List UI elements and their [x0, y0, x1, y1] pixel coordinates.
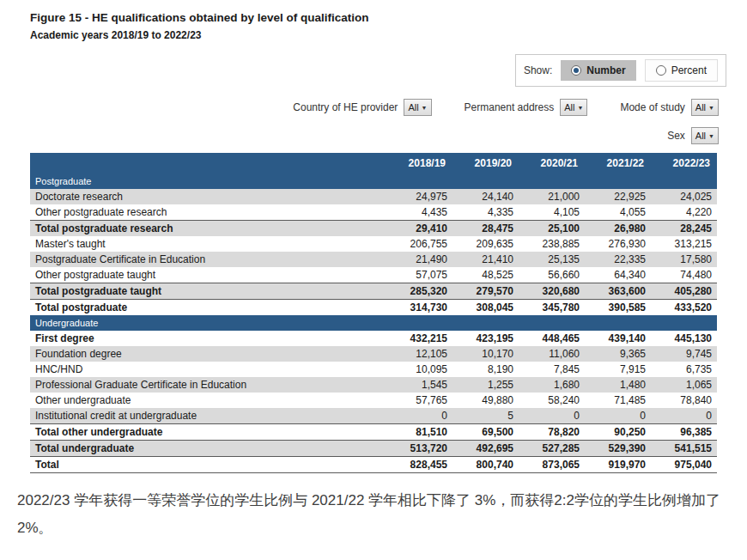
radio-unselected-icon[interactable]: [656, 65, 666, 76]
row-label: Other undergraduate: [30, 393, 386, 408]
chevron-down-icon: ▼: [708, 105, 714, 111]
value-cell: 363,600: [585, 283, 651, 300]
value-cell: 1,680: [519, 377, 585, 393]
show-option-number[interactable]: Number: [561, 60, 635, 81]
value-cell: 873,065: [519, 457, 585, 473]
row-label: Other postgraduate research: [30, 204, 386, 221]
value-cell: 25,135: [519, 252, 585, 267]
row-label: Total postgraduate research: [30, 221, 386, 237]
row-label: Other postgraduate taught: [30, 267, 386, 283]
value-cell: 432,215: [386, 331, 452, 346]
row-label: Master's taught: [30, 236, 386, 252]
table-row: Other postgraduate research4,4354,3354,1…: [30, 204, 717, 221]
figure-title: Figure 15 - HE qualifications obtained b…: [30, 11, 369, 24]
filter-dropdown-permanent-address[interactable]: All ▼: [560, 99, 587, 116]
filter-permanent-address: Permanent address All ▼: [465, 99, 588, 116]
section-row: Postgraduate: [30, 173, 717, 189]
row-label: Total: [30, 457, 386, 473]
value-cell: 529,390: [585, 441, 651, 457]
value-cell: 25,100: [519, 221, 585, 237]
value-cell: 7,845: [519, 362, 585, 377]
filter-dropdown-country[interactable]: All ▼: [404, 99, 431, 116]
dropdown-value: All: [564, 102, 574, 113]
value-cell: 4,105: [519, 204, 585, 221]
chevron-down-icon: ▼: [422, 105, 428, 111]
value-cell: 433,520: [651, 300, 717, 316]
value-cell: 29,410: [386, 221, 452, 237]
value-cell: 445,130: [651, 331, 717, 346]
radio-selected-icon[interactable]: [571, 65, 581, 76]
value-cell: 69,500: [452, 424, 519, 441]
filter-dropdown-sex[interactable]: All ▼: [691, 127, 719, 144]
value-cell: 17,580: [651, 252, 717, 267]
value-cell: 276,930: [585, 236, 651, 252]
value-cell: 1,065: [651, 377, 717, 393]
value-cell: 5: [452, 408, 519, 424]
row-label: Total postgraduate taught: [30, 283, 386, 300]
footnote-text: 2022/23 学年获得一等荣誉学位的学生比例与 2021/22 学年相比下降了…: [17, 487, 733, 542]
row-label: Foundation degree: [30, 346, 386, 362]
qualifications-table: 2018/192019/202020/212021/222022/23 Post…: [30, 153, 717, 473]
row-label: Postgraduate Certificate in Education: [30, 252, 386, 267]
value-cell: 12,105: [386, 346, 452, 362]
value-cell: 4,220: [651, 204, 717, 221]
table-row: Total828,455800,740873,065919,970975,040: [30, 457, 717, 473]
value-cell: 74,480: [651, 267, 717, 283]
value-cell: 24,975: [386, 189, 452, 204]
value-cell: 448,465: [519, 331, 585, 346]
value-cell: 11,060: [519, 346, 585, 362]
filter-label: Mode of study: [620, 101, 684, 113]
show-option-number-label: Number: [586, 64, 625, 76]
table-row: Total undergraduate513,720492,695527,285…: [30, 441, 717, 457]
value-cell: 57,765: [386, 393, 452, 408]
filters-row-1: Country of HE provider All ▼ Permanent a…: [293, 99, 719, 116]
value-cell: 320,680: [519, 283, 585, 300]
value-cell: 81,510: [386, 424, 452, 441]
table-row: Institutional credit at undergraduate050…: [30, 408, 717, 424]
value-cell: 58,240: [519, 393, 585, 408]
show-label: Show:: [524, 64, 552, 76]
value-cell: 0: [651, 408, 717, 424]
table-row: Postgraduate Certificate in Education21,…: [30, 252, 717, 267]
value-cell: 308,045: [452, 300, 519, 316]
section-row: Undergraduate: [30, 315, 717, 331]
show-option-percent[interactable]: Percent: [645, 59, 718, 82]
value-cell: 7,915: [585, 362, 651, 377]
value-cell: 10,170: [452, 346, 519, 362]
value-cell: 96,385: [651, 424, 717, 441]
filter-dropdown-mode-of-study[interactable]: All ▼: [691, 99, 719, 116]
table-row: Total other undergraduate81,51069,50078,…: [30, 424, 717, 441]
filter-country-of-he-provider: Country of HE provider All ▼: [293, 99, 431, 116]
row-label: Professional Graduate Certificate in Edu…: [30, 377, 386, 393]
column-header: 2020/21: [519, 153, 585, 173]
value-cell: 0: [519, 408, 585, 424]
table-row: First degree432,215423,195448,465439,140…: [30, 331, 717, 346]
show-control: Show: Number Percent: [515, 54, 726, 87]
row-label: HNC/HND: [30, 362, 386, 377]
value-cell: 48,525: [452, 267, 519, 283]
value-cell: 22,335: [585, 252, 651, 267]
value-cell: 206,755: [386, 236, 452, 252]
value-cell: 78,840: [651, 393, 717, 408]
page: Figure 15 - HE qualifications obtained b…: [0, 0, 747, 560]
value-cell: 4,435: [386, 204, 452, 221]
value-cell: 1,255: [452, 377, 519, 393]
value-cell: 345,780: [519, 300, 585, 316]
value-cell: 9,365: [585, 346, 651, 362]
table-row: Other postgraduate taught57,07548,52556,…: [30, 267, 717, 283]
value-cell: 21,000: [519, 189, 585, 204]
value-cell: 21,490: [386, 252, 452, 267]
section-label: Undergraduate: [30, 315, 717, 331]
row-label: Institutional credit at undergraduate: [30, 408, 386, 424]
filter-mode-of-study: Mode of study All ▼: [620, 99, 719, 116]
table-header-row: 2018/192019/202020/212021/222022/23: [30, 153, 717, 173]
column-header: 2021/22: [585, 153, 651, 173]
value-cell: 28,245: [651, 221, 717, 237]
value-cell: 313,215: [651, 236, 717, 252]
value-cell: 209,635: [452, 236, 519, 252]
value-cell: 513,720: [386, 441, 452, 457]
value-cell: 56,660: [519, 267, 585, 283]
row-label: Total postgraduate: [30, 300, 386, 316]
value-cell: 975,040: [651, 457, 717, 473]
value-cell: 0: [386, 408, 452, 424]
